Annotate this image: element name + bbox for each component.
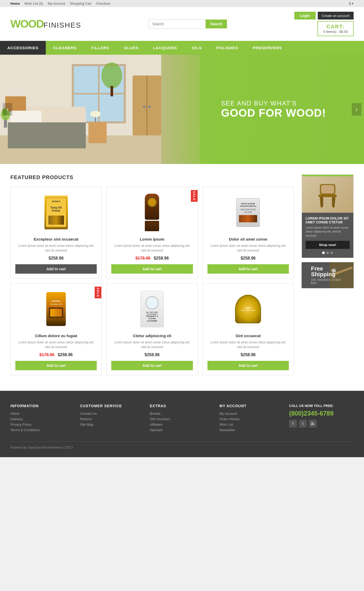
- topbar-link-checkout[interactable]: Checkout: [96, 2, 110, 5]
- add-to-cart-button-1[interactable]: Add to cart: [15, 264, 97, 274]
- product-image-5: ALL NATURALDu ChâteauPARQUET &FLOOR CLEA…: [111, 288, 193, 330]
- footer-link-my-account[interactable]: My Account: [219, 412, 284, 416]
- search-area: Search: [148, 19, 227, 29]
- product-title-4: Cillum dolore eu fugiat: [15, 334, 97, 338]
- nav-item-fillers[interactable]: FILLERS: [84, 41, 117, 55]
- promo-dots: [306, 252, 350, 254]
- nav-item-cleaners[interactable]: CLEANERS: [46, 41, 84, 55]
- nav-item-preservers[interactable]: PRESERVERS: [245, 41, 289, 55]
- topbar-link-wishlist[interactable]: Wish List (0): [24, 2, 43, 5]
- product-title-6: Sint occaecat: [207, 334, 289, 338]
- product-card-6: CABOTDECKING STAIN Sint occaecat Lorem i…: [203, 283, 294, 375]
- search-input[interactable]: [148, 19, 206, 29]
- footer-col-title-customer-service: CUSTOMER SERVICE: [80, 404, 145, 408]
- product-desc-2: Lorem ipsum dolor sit amet conse ctetur …: [111, 243, 193, 253]
- free-shipping-title: FreeShipping: [311, 266, 344, 277]
- product-price-1: $258.96: [15, 256, 97, 261]
- nav-item-oils[interactable]: OILS: [184, 41, 209, 55]
- promo-chair-image: [312, 179, 343, 210]
- product-price-6: $258.96: [207, 353, 289, 357]
- currency-selector[interactable]: $ ▾: [349, 2, 354, 5]
- product-card-2: SALE Lorem ipsum Lorem ipsum dolor sit a…: [106, 187, 198, 279]
- product-card-4: SALE BONSEAL Furniture Oil Cillum dolore…: [10, 283, 102, 375]
- hero-next-arrow[interactable]: ›: [352, 103, 361, 116]
- footer-copyright: Powered by OpenCart WoodFinishes © 2013: [10, 446, 73, 449]
- header-right: Login Create an account CART: 0 item(s) …: [294, 12, 354, 36]
- svg-rect-29: [332, 197, 334, 206]
- footer-link-specials[interactable]: Specials: [150, 428, 214, 432]
- topbar-links: Home Wish List (0) My Account Shopping C…: [10, 2, 114, 5]
- promo-title: LOREM IPSUM DOLOR SIT AMET CONSE CTETUR: [306, 216, 350, 224]
- promo-dot-2[interactable]: [326, 252, 329, 254]
- create-account-button[interactable]: Create an account: [318, 12, 354, 20]
- add-to-cart-button-4[interactable]: Add to cart: [15, 361, 97, 370]
- topbar: Home Wish List (0) My Account Shopping C…: [0, 0, 364, 7]
- price-single-3: $258.96: [240, 256, 256, 260]
- footer-link-gift-vouchers[interactable]: Gift Vouchers: [150, 417, 214, 421]
- sidebar: LOREM IPSUM DOLOR SIT AMET CONSE CTETUR …: [302, 174, 354, 375]
- topbar-link-home[interactable]: Home: [10, 2, 20, 5]
- login-button[interactable]: Login: [294, 12, 316, 20]
- add-to-cart-button-6[interactable]: Add to cart: [207, 361, 289, 370]
- products-section: FEATURED PRODUCTS MINWAX Tung OilFinish: [10, 174, 294, 375]
- add-to-cart-button-5[interactable]: Add to cart: [111, 361, 193, 370]
- cart-box[interactable]: CART: 0 item(s) - $0.00: [317, 21, 354, 36]
- svg-point-11: [148, 105, 151, 108]
- price-old-4: $178.96: [40, 353, 55, 357]
- nav-item-lacquers[interactable]: LACQUERS: [146, 41, 184, 55]
- topbar-link-cart[interactable]: Shopping Cart: [70, 2, 91, 5]
- svg-rect-25: [318, 194, 337, 197]
- product-price-4: $178.96 $258.96: [15, 353, 97, 357]
- sale-badge-2: SALE: [191, 190, 198, 202]
- footer-link-newsletter[interactable]: Newsletter: [219, 428, 284, 432]
- social-icons: f t: [289, 420, 354, 427]
- cart-info: 0 item(s) - $0.00: [323, 30, 348, 34]
- product-desc-4: Lorem ipsum dolor sit amet conse ctetur …: [15, 340, 97, 349]
- footer-columns: INFORMATION About Delivery Privacy Polic…: [10, 404, 354, 433]
- product-price-2: $178.96 $258.96: [111, 256, 193, 261]
- promo-box: LOREM IPSUM DOLOR SIT AMET CONSE CTETUR …: [302, 174, 354, 258]
- product-desc-6: Lorem ipsum dolor sit amet conse ctetur …: [207, 340, 289, 349]
- footer-link-terms[interactable]: Terms & Conditions: [10, 428, 75, 432]
- add-to-cart-button-3[interactable]: Add to cart: [207, 264, 289, 274]
- footer-link-sitemap[interactable]: Site Map: [80, 423, 145, 426]
- social-icon-rss[interactable]: [309, 420, 317, 427]
- auth-buttons: Login Create an account: [294, 12, 354, 20]
- logo: WOOD FINISHES: [10, 18, 81, 30]
- nav-item-glues[interactable]: GLUES: [116, 41, 146, 55]
- footer-link-wish-list[interactable]: Wish List: [219, 423, 284, 426]
- footer-link-brands[interactable]: Brands: [150, 412, 214, 416]
- footer-toll-free-label: CALL US NOW TOLL FREE:: [289, 404, 354, 408]
- topbar-link-account[interactable]: My Account: [48, 2, 65, 5]
- footer-link-order-history[interactable]: Order History: [219, 417, 284, 421]
- footer-link-affiliates[interactable]: Affiliates: [150, 423, 214, 426]
- promo-content: LOREM IPSUM DOLOR SIT AMET CONSE CTETUR …: [302, 213, 353, 258]
- footer-col-information: INFORMATION About Delivery Privacy Polic…: [10, 404, 75, 433]
- nav-item-polishes[interactable]: POLISHES: [209, 41, 245, 55]
- svg-point-34: [311, 424, 312, 425]
- product-desc-3: Lorem ipsum dolor sit amet conse ctetur …: [207, 243, 289, 253]
- hero-banner: SEE AND BUY WHAT'S GOOD FOR WOOD! ‹ ›: [0, 55, 364, 164]
- product-title-5: Ctetur adipisicing eli: [111, 334, 193, 338]
- footer-link-about[interactable]: About: [10, 412, 75, 416]
- promo-dot-3[interactable]: [330, 252, 333, 254]
- footer-col-customer-service: CUSTOMER SERVICE Contact Us Returns Site…: [80, 404, 145, 433]
- nav-item-accessories[interactable]: ACCESSORIES: [0, 41, 46, 55]
- hero-prev-arrow[interactable]: ‹: [3, 103, 12, 116]
- social-icon-twitter[interactable]: t: [299, 420, 307, 427]
- footer-link-delivery[interactable]: Delivery: [10, 417, 75, 421]
- promo-shop-now-button[interactable]: Shop now!: [306, 241, 350, 249]
- footer-link-privacy[interactable]: Privacy Policy: [10, 423, 75, 426]
- footer: INFORMATION About Delivery Privacy Polic…: [0, 391, 364, 457]
- free-shipping-box: FreeShipping ON ORDERS OVER $99.: [302, 262, 354, 288]
- footer-link-contact[interactable]: Contact Us: [80, 412, 145, 416]
- main-nav: ACCESSORIES CLEANERS FILLERS GLUES LACQU…: [0, 41, 364, 55]
- footer-link-returns[interactable]: Returns: [80, 417, 145, 421]
- search-button[interactable]: Search: [206, 20, 227, 28]
- promo-dot-1[interactable]: [322, 252, 325, 254]
- svg-rect-24: [321, 185, 334, 193]
- social-icon-facebook[interactable]: f: [289, 420, 297, 427]
- svg-point-6: [101, 62, 122, 89]
- product-title-2: Lorem ipsum: [111, 237, 193, 241]
- add-to-cart-button-2[interactable]: Add to cart: [111, 264, 193, 274]
